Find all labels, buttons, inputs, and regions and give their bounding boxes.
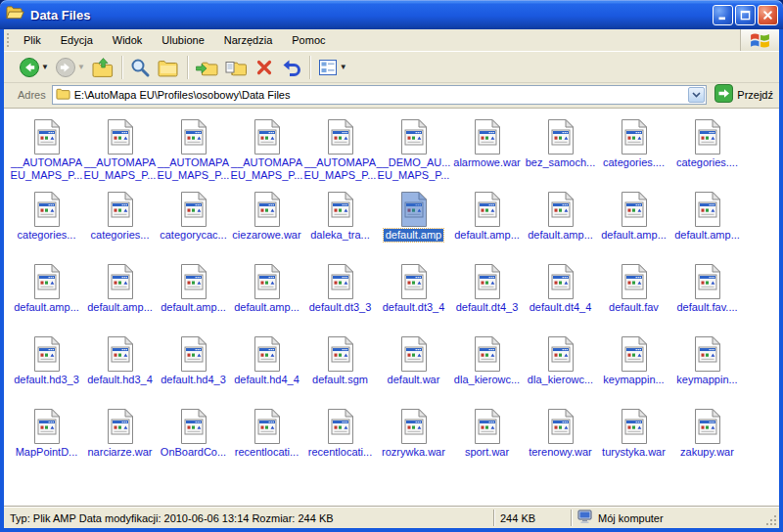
- file-item[interactable]: __DEMO_AU...EU_MAPS_P...: [377, 116, 450, 189]
- file-item[interactable]: default.hd3_4: [83, 333, 157, 406]
- file-item[interactable]: zakupy.war: [670, 406, 744, 478]
- file-item[interactable]: default.amp...: [157, 261, 230, 333]
- delete-button[interactable]: [251, 54, 278, 81]
- menu-edycja[interactable]: Edycja: [51, 31, 103, 49]
- go-button[interactable]: Przejdź: [707, 84, 775, 105]
- maximize-button[interactable]: [735, 5, 756, 25]
- file-label: default.hd3_3: [12, 374, 81, 386]
- file-item[interactable]: default.amp...: [10, 261, 83, 333]
- amp-file-icon: [544, 191, 577, 228]
- resize-grip[interactable]: [765, 508, 779, 528]
- menu-widok[interactable]: Widok: [103, 31, 153, 49]
- file-label: keymappin...: [674, 374, 739, 386]
- amp-file-icon: [544, 263, 577, 300]
- folders-icon: [157, 57, 180, 78]
- file-item[interactable]: __AUTOMAPAEU_MAPS_P...: [303, 116, 377, 189]
- address-input[interactable]: E:\AutoMapa EU\Profiles\osobowy\Data Fil…: [52, 85, 708, 105]
- file-item[interactable]: categories...: [10, 189, 83, 261]
- file-item[interactable]: narciarze.war: [83, 406, 157, 478]
- file-item[interactable]: default.dt4_3: [450, 261, 524, 333]
- windows-logo-icon: [740, 29, 779, 51]
- move-to-button[interactable]: [192, 54, 221, 81]
- window-controls: [713, 5, 778, 25]
- copy-to-button[interactable]: [221, 54, 251, 81]
- file-item[interactable]: __AUTOMAPAEU_MAPS_P...: [83, 116, 157, 189]
- file-item[interactable]: categories...: [83, 189, 157, 261]
- menu-ulubione[interactable]: Ulubione: [152, 31, 213, 49]
- file-item[interactable]: daleka_tra...: [303, 189, 377, 261]
- toolbar-separator: [309, 56, 310, 79]
- minimize-button[interactable]: [713, 5, 733, 25]
- file-item[interactable]: default.hd4_3: [157, 333, 230, 406]
- file-item[interactable]: default.fav: [597, 261, 670, 333]
- status-location-label: Mój komputer: [598, 512, 664, 524]
- file-label: turystyka.war: [600, 446, 668, 459]
- file-item[interactable]: default.war: [377, 333, 450, 406]
- undo-button[interactable]: [278, 54, 305, 81]
- file-item[interactable]: rozrywka.war: [377, 406, 450, 478]
- file-label: categories...: [16, 229, 78, 242]
- search-button[interactable]: [126, 54, 154, 81]
- menu-pomoc[interactable]: Pomoc: [282, 31, 335, 49]
- status-location: Mój komputer: [572, 508, 765, 528]
- file-item[interactable]: default.amp...: [597, 189, 670, 261]
- dropdown-arrow-icon: ▼: [77, 63, 85, 71]
- file-item[interactable]: categories....: [597, 116, 670, 189]
- file-item[interactable]: dla_kierowc...: [450, 333, 524, 406]
- file-item[interactable]: recentlocati...: [230, 406, 303, 478]
- folders-button[interactable]: [154, 54, 183, 81]
- views-button[interactable]: ▼: [314, 54, 350, 81]
- file-item[interactable]: __AUTOMAPAEU_MAPS_P...: [10, 116, 83, 189]
- file-item[interactable]: default.amp...: [524, 189, 597, 261]
- file-item[interactable]: default.amp...: [670, 189, 744, 261]
- file-item[interactable]: turystyka.war: [597, 406, 670, 478]
- amp-file-icon: [691, 408, 724, 445]
- my-computer-icon: [577, 510, 593, 526]
- file-item[interactable]: MapPointD...: [10, 406, 83, 478]
- file-item[interactable]: keymappin...: [670, 333, 744, 406]
- menu-narzedzia[interactable]: Narzędzia: [214, 31, 283, 49]
- file-item[interactable]: __AUTOMAPAEU_MAPS_P...: [230, 116, 303, 189]
- menubar-grip[interactable]: [7, 33, 10, 47]
- file-item[interactable]: __AUTOMAPAEU_MAPS_P...: [157, 116, 230, 189]
- address-dropdown-button[interactable]: [688, 87, 705, 103]
- file-label: default.hd4_4: [232, 374, 301, 386]
- file-item[interactable]: categorycac...: [157, 189, 230, 261]
- file-item[interactable]: default.sgm: [303, 333, 377, 406]
- move-to-icon: [195, 57, 218, 78]
- file-label: zakupy.war: [678, 446, 736, 459]
- amp-file-icon: [471, 118, 504, 155]
- file-item[interactable]: dla_kierowc...: [524, 333, 597, 406]
- amp-file-icon: [691, 118, 724, 155]
- amp-file-icon: [471, 408, 504, 445]
- file-item[interactable]: default.hd4_4: [230, 333, 303, 406]
- file-item[interactable]: categories....: [670, 116, 744, 189]
- file-item[interactable]: default.hd3_3: [10, 333, 83, 406]
- close-button[interactable]: [758, 5, 778, 25]
- file-item[interactable]: default.amp...: [450, 189, 524, 261]
- file-item[interactable]: default.dt4_4: [524, 261, 597, 333]
- file-item[interactable]: sport.war: [450, 406, 524, 478]
- file-item[interactable]: ciezarowe.war: [230, 189, 303, 261]
- file-item[interactable]: OnBoardCo...: [157, 406, 230, 478]
- file-item[interactable]: default.amp...: [230, 261, 303, 333]
- file-label: categorycac...: [158, 229, 228, 242]
- file-item[interactable]: recentlocati...: [303, 406, 377, 478]
- up-button[interactable]: [88, 54, 117, 81]
- file-item[interactable]: default.fav....: [670, 261, 744, 333]
- amp-file-icon: [251, 263, 284, 300]
- file-item[interactable]: alarmowe.war: [450, 116, 524, 189]
- forward-button[interactable]: ▼: [52, 54, 88, 81]
- address-label: Adres: [16, 89, 52, 101]
- menu-plik[interactable]: Plik: [14, 31, 51, 49]
- file-item[interactable]: terenowy.war: [524, 406, 597, 478]
- file-label: dla_kierowc...: [452, 374, 522, 386]
- file-item[interactable]: bez_samoch...: [524, 116, 597, 189]
- file-item[interactable]: default.dt3_4: [377, 261, 450, 333]
- back-button[interactable]: ▼: [16, 54, 52, 81]
- file-item[interactable]: default.amp: [377, 189, 450, 261]
- file-item[interactable]: default.dt3_3: [303, 261, 377, 333]
- amp-file-icon: [397, 191, 431, 228]
- file-item[interactable]: keymappin...: [597, 333, 670, 406]
- file-item[interactable]: default.amp...: [83, 261, 157, 333]
